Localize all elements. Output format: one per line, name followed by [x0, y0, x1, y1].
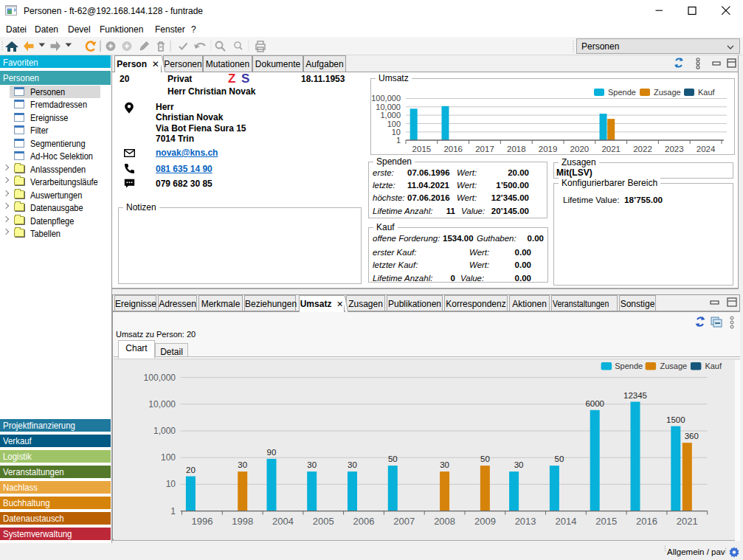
svg-text:2019: 2019: [539, 145, 558, 153]
svg-text:2004: 2004: [272, 516, 294, 527]
svg-text:2024: 2024: [697, 145, 716, 153]
svg-text:Kauf: Kauf: [705, 362, 722, 370]
svg-text:10,000: 10,000: [376, 103, 401, 111]
svg-text:1,000: 1,000: [153, 426, 176, 436]
svg-text:360: 360: [685, 432, 699, 440]
svg-text:10: 10: [166, 479, 176, 489]
svg-text:Zusage: Zusage: [660, 362, 688, 370]
svg-text:1998: 1998: [232, 516, 253, 527]
svg-text:50: 50: [388, 454, 398, 463]
svg-text:100: 100: [387, 120, 401, 128]
svg-text:Spende: Spende: [615, 362, 643, 370]
svg-text:1: 1: [396, 136, 401, 145]
svg-text:6000: 6000: [585, 399, 604, 408]
svg-text:2006: 2006: [353, 516, 375, 527]
svg-text:2014: 2014: [555, 516, 576, 527]
svg-text:2017: 2017: [475, 145, 494, 153]
svg-text:Spende: Spende: [608, 88, 636, 97]
svg-text:30: 30: [440, 460, 449, 469]
svg-text:2009: 2009: [474, 516, 496, 527]
svg-text:100,000: 100,000: [371, 94, 401, 103]
svg-text:90: 90: [267, 448, 277, 457]
svg-text:30: 30: [514, 460, 524, 469]
svg-text:2013: 2013: [515, 516, 536, 527]
svg-text:2022: 2022: [633, 145, 652, 153]
svg-text:50: 50: [555, 454, 564, 463]
svg-text:2008: 2008: [434, 516, 455, 527]
svg-text:2023: 2023: [665, 145, 684, 153]
svg-text:Zusage: Zusage: [654, 88, 681, 97]
svg-text:2015: 2015: [595, 516, 617, 527]
svg-text:2007: 2007: [393, 516, 415, 527]
svg-text:30: 30: [238, 460, 247, 469]
svg-text:2021: 2021: [677, 516, 698, 527]
svg-text:10,000: 10,000: [148, 399, 176, 409]
svg-text:2015: 2015: [412, 145, 432, 153]
svg-text:10: 10: [392, 128, 401, 136]
svg-text:12345: 12345: [623, 391, 647, 400]
svg-text:1: 1: [170, 506, 176, 516]
svg-text:2016: 2016: [636, 516, 657, 527]
svg-text:100: 100: [161, 452, 176, 463]
svg-text:30: 30: [307, 460, 317, 469]
svg-text:50: 50: [480, 454, 490, 463]
svg-text:30: 30: [348, 460, 357, 469]
svg-text:100,000: 100,000: [144, 373, 176, 383]
svg-text:1,000: 1,000: [380, 111, 401, 120]
svg-text:Kauf: Kauf: [698, 88, 716, 97]
svg-text:2016: 2016: [443, 145, 463, 153]
svg-text:1996: 1996: [191, 516, 212, 527]
svg-text:2021: 2021: [601, 145, 621, 153]
svg-text:2018: 2018: [507, 145, 526, 153]
svg-text:2020: 2020: [570, 145, 590, 153]
svg-text:1500: 1500: [666, 415, 685, 424]
svg-text:2005: 2005: [313, 516, 334, 527]
svg-text:20: 20: [186, 466, 196, 474]
